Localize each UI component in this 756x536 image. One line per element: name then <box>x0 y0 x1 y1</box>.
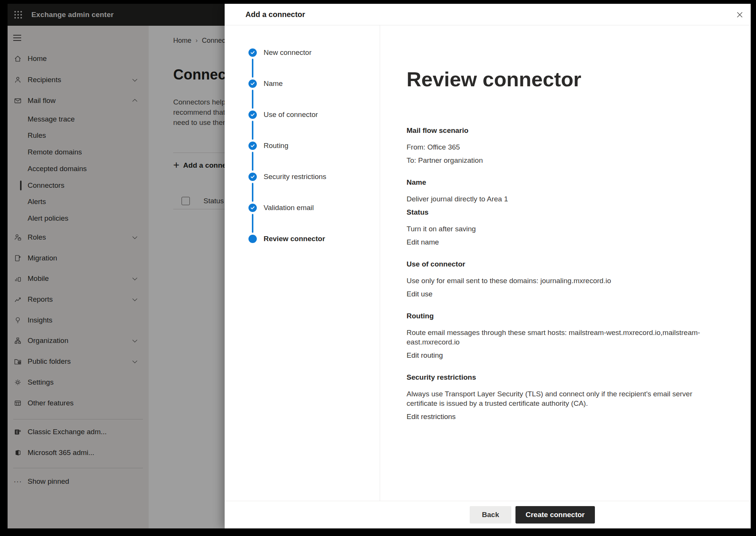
step-use-of-connector[interactable]: Use of connector <box>225 107 380 122</box>
security-restrictions-value: Always use Transport Layer Security (TLS… <box>407 389 705 408</box>
section-status: Status Turn it on after saving Edit name <box>407 207 705 247</box>
edit-use-link[interactable]: Edit use <box>407 289 705 299</box>
edit-name-link[interactable]: Edit name <box>407 237 705 247</box>
create-connector-button[interactable]: Create connector <box>515 506 595 524</box>
section-name: Name Deliver journal directly to Area 1 <box>407 178 705 204</box>
review-heading: Review connector <box>407 66 736 92</box>
step-validation-email[interactable]: Validation email <box>225 200 380 215</box>
step-new-connector[interactable]: New connector <box>225 45 380 60</box>
section-mail-flow-scenario: Mail flow scenario From: Office 365 To: … <box>407 126 705 165</box>
step-connector-line <box>252 152 253 171</box>
step-connector-line <box>252 214 253 233</box>
back-button[interactable]: Back <box>470 506 511 524</box>
edit-routing-link[interactable]: Edit routing <box>407 351 705 360</box>
section-routing: Routing Route email messages through the… <box>407 311 705 360</box>
step-completed-icon <box>248 79 257 88</box>
section-use-of-connector: Use of connector Use only for email sent… <box>407 259 705 299</box>
close-icon <box>736 11 744 19</box>
step-completed-icon <box>248 204 257 212</box>
review-panel: Review connector Mail flow scenario From… <box>380 25 751 501</box>
screenshot-frame: Exchange admin center Home Recipients Ma… <box>0 0 756 536</box>
status-value: Turn it on after saving <box>407 224 705 234</box>
step-name[interactable]: Name <box>225 76 380 91</box>
mail-flow-from: From: Office 365 <box>407 142 705 152</box>
connector-name-value: Deliver journal directly to Area 1 <box>407 194 705 204</box>
edit-restrictions-link[interactable]: Edit restrictions <box>407 412 705 421</box>
modal-footer: Back Create connector <box>225 501 751 528</box>
section-security-restrictions: Security restrictions Always use Transpo… <box>407 372 705 421</box>
step-security-restrictions[interactable]: Security restrictions <box>225 169 380 184</box>
wizard-stepper: New connector Name Use of connector Rout… <box>225 25 380 501</box>
routing-value: Route email messages through these smart… <box>407 328 705 347</box>
step-connector-line <box>252 183 253 202</box>
step-completed-icon <box>248 173 257 181</box>
modal-header: Add a connector <box>225 4 751 25</box>
step-completed-icon <box>248 48 257 57</box>
step-review-connector[interactable]: Review connector <box>225 231 380 246</box>
add-connector-modal: Add a connector New connector <box>225 4 751 528</box>
modal-title: Add a connector <box>245 4 305 25</box>
step-connector-line <box>252 90 253 109</box>
modal-body: New connector Name Use of connector Rout… <box>225 25 751 501</box>
step-connector-line <box>252 59 253 78</box>
step-active-icon <box>248 235 257 243</box>
step-completed-icon <box>248 111 257 119</box>
mail-flow-to: To: Partner organization <box>407 156 705 165</box>
step-connector-line <box>252 121 253 140</box>
app-viewport: Exchange admin center Home Recipients Ma… <box>8 4 751 528</box>
close-button[interactable] <box>733 8 746 21</box>
step-completed-icon <box>248 142 257 150</box>
use-of-connector-value: Use only for email sent to these domains… <box>407 276 705 285</box>
step-routing[interactable]: Routing <box>225 138 380 153</box>
